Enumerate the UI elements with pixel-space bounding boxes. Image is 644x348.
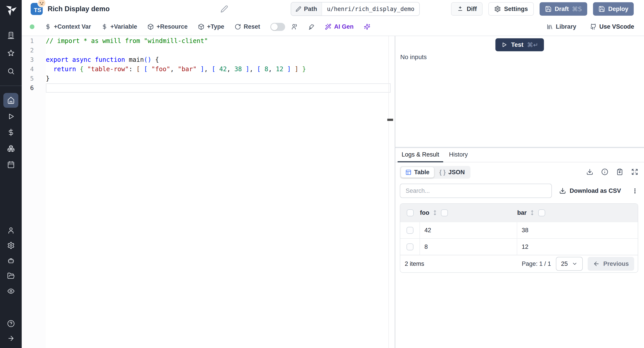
copy-result-button[interactable] <box>616 168 623 176</box>
table-header-row: foo bar <box>400 204 638 222</box>
tab-logs-result[interactable]: Logs & Result <box>398 148 443 162</box>
previous-page-button[interactable]: Previous <box>588 257 634 271</box>
sidebar-item-favorites[interactable] <box>7 49 15 57</box>
sidebar-expand-button[interactable] <box>7 334 15 342</box>
sidebar-item-workers[interactable] <box>7 257 15 264</box>
editor-scrollbar[interactable] <box>388 36 389 348</box>
download-csv-button[interactable]: Download as CSV <box>559 188 621 194</box>
column-foo-checkbox[interactable] <box>441 209 448 216</box>
add-context-var-button[interactable]: +Context Var <box>45 23 91 30</box>
result-info-button[interactable] <box>601 168 608 176</box>
sidebar-item-search[interactable] <box>7 67 15 75</box>
test-button[interactable]: Test ⌘↵ <box>495 38 544 51</box>
line-number: 6 <box>22 83 46 93</box>
draft-button[interactable]: Draft ⌘S <box>540 2 587 16</box>
code-line[interactable]: // import * as wmill from "windmill-clie… <box>46 36 395 46</box>
sidebar-item-settings[interactable] <box>7 242 15 249</box>
save-icon <box>598 6 605 12</box>
table-row[interactable]: 812 <box>400 238 638 255</box>
cubes-icon <box>7 145 15 152</box>
code-line[interactable] <box>46 46 395 55</box>
building-icon <box>7 32 15 39</box>
dollar-icon <box>7 128 15 136</box>
format-code-button[interactable] <box>308 24 314 30</box>
sidebar-item-folders[interactable] <box>7 272 15 280</box>
script-title: Rich Display demo <box>48 5 110 13</box>
search-input[interactable] <box>400 184 552 198</box>
multiplayer-button[interactable] <box>291 24 298 30</box>
table-row[interactable]: 4238 <box>400 222 638 238</box>
line-number: 5 <box>22 74 46 83</box>
library-button[interactable]: Library <box>546 23 576 30</box>
sidebar-item-audit-logs[interactable] <box>7 287 15 295</box>
view-json-button[interactable]: { } JSON <box>435 167 469 178</box>
ai-gen-button[interactable]: AI Gen <box>325 23 354 30</box>
sidebar-item-variables[interactable] <box>7 128 15 136</box>
download-icon <box>559 188 566 194</box>
toolbar-right: Library Use VScode <box>546 23 644 30</box>
row-checkbox[interactable] <box>406 227 414 234</box>
path-field[interactable]: Path u/henri/rich_display_demo <box>291 2 420 16</box>
view-table-button[interactable]: Table <box>401 167 434 178</box>
play-icon <box>7 113 15 120</box>
path-value[interactable]: u/henri/rich_display_demo <box>322 3 419 16</box>
search-icon <box>7 67 15 75</box>
windmill-logo[interactable] <box>4 3 18 17</box>
code-line[interactable]: export async function main() { <box>46 55 395 65</box>
code-area[interactable]: // import * as wmill from "windmill-clie… <box>46 36 395 348</box>
code-editor[interactable]: 123456 // import * as wmill from "windmi… <box>22 36 395 348</box>
select-all-checkbox[interactable] <box>407 209 414 216</box>
info-icon <box>601 168 608 175</box>
download-result-button[interactable] <box>586 168 593 176</box>
sidebar-item-runs[interactable] <box>7 113 15 120</box>
tab-history[interactable]: History <box>445 148 472 162</box>
code-line[interactable]: return { "table-row": [ [ "foo", "bar" ]… <box>46 65 395 74</box>
typescript-badge: TS <box>31 3 43 15</box>
sidebar-item-workspace[interactable] <box>7 32 15 39</box>
column-bar-checkbox[interactable] <box>538 209 545 216</box>
table-body: 4238812 <box>400 222 638 255</box>
page-size-select[interactable]: 25 <box>556 257 583 271</box>
library-icon <box>546 24 553 30</box>
diff-button[interactable]: Diff <box>451 2 482 16</box>
page-indicator: Page: 1 / 1 <box>522 260 551 267</box>
view-toggle: Table { } JSON <box>400 166 470 179</box>
right-panel: Test ⌘↵ No inputs Logs & Result History … <box>395 36 644 348</box>
rotate-icon <box>234 24 241 30</box>
column-header-foo[interactable]: foo <box>420 209 429 216</box>
add-type-button[interactable]: +Type <box>198 23 224 30</box>
package-icon <box>147 24 154 30</box>
toggle-switch[interactable] <box>270 23 285 31</box>
row-checkbox[interactable] <box>406 243 414 250</box>
code-line-active[interactable] <box>46 83 391 93</box>
settings-button[interactable]: Settings <box>488 2 534 16</box>
code-line[interactable]: } <box>46 74 395 83</box>
use-vscode-button[interactable]: Use VScode <box>590 23 634 30</box>
add-resource-button[interactable]: +Resource <box>147 23 188 30</box>
path-edit-icon <box>296 6 301 12</box>
sidebar-item-help[interactable] <box>7 320 15 327</box>
add-variable-button[interactable]: +Variable <box>101 23 137 30</box>
package-icon <box>198 24 204 30</box>
reset-button[interactable]: Reset <box>234 23 260 30</box>
sidebar-item-schedules[interactable] <box>7 161 15 168</box>
folder-open-icon <box>7 272 15 280</box>
sidebar-item-resources[interactable] <box>7 145 15 152</box>
ai-sparkles-button[interactable] <box>364 24 370 30</box>
chevron-down-icon <box>572 261 578 267</box>
expand-result-button[interactable] <box>631 168 638 176</box>
line-number: 2 <box>22 46 46 55</box>
line-number: 4 <box>22 65 46 74</box>
dollar-icon <box>101 24 108 30</box>
more-options-button[interactable] <box>632 188 638 194</box>
gear-icon <box>7 242 15 249</box>
column-header-bar[interactable]: bar <box>517 209 526 216</box>
path-label-segment: Path <box>291 3 322 16</box>
sidebar-item-users[interactable] <box>7 227 15 234</box>
deploy-button[interactable]: Deploy <box>593 2 634 16</box>
table-cell-foo: 42 <box>420 222 517 238</box>
edit-title-button[interactable] <box>220 5 228 13</box>
sort-icon <box>432 210 438 216</box>
sort-icon <box>529 210 535 216</box>
sidebar-item-home[interactable] <box>3 93 18 108</box>
